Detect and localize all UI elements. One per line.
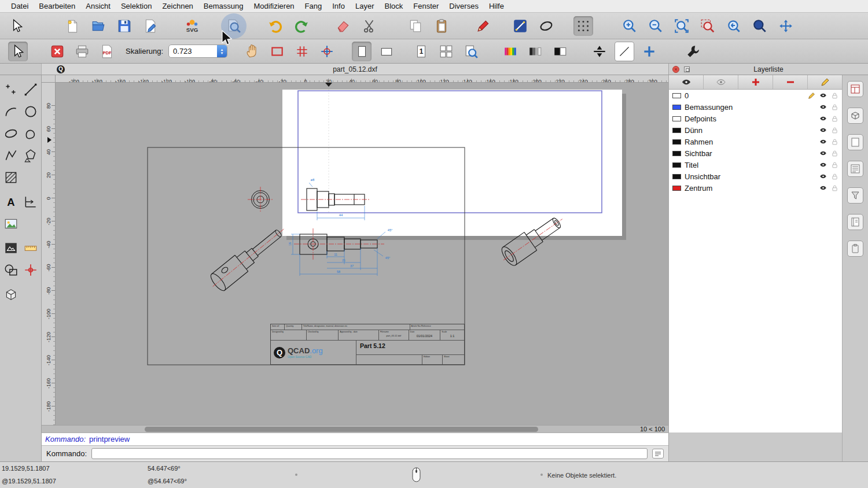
layer-visibility-icon[interactable] [819, 173, 827, 180]
layer-visibility-icon[interactable] [819, 92, 827, 99]
multiple-pages-button[interactable] [436, 42, 456, 61]
layer-row[interactable]: Unsichtbar [669, 171, 842, 182]
open-file-button[interactable] [89, 16, 108, 36]
copy-button[interactable] [406, 16, 425, 36]
layer-color-swatch[interactable] [672, 93, 681, 98]
spline-tools-button[interactable] [21, 124, 41, 143]
layer-color-swatch[interactable] [672, 151, 681, 156]
center-marks-button[interactable] [639, 42, 659, 61]
property-pen-button[interactable] [473, 16, 493, 36]
drawing-canvas[interactable]: 44 ø8 [56, 83, 668, 425]
landscape-button[interactable] [377, 42, 396, 61]
layer-row[interactable]: Sichtbar [669, 147, 842, 159]
command-options-button[interactable] [652, 449, 664, 459]
window-zoom-button[interactable] [750, 16, 770, 36]
layer-visibility-icon[interactable] [819, 138, 827, 145]
solid-tools-button[interactable] [1, 284, 21, 304]
ellipse-entity-button[interactable] [536, 16, 556, 36]
cut-button[interactable] [359, 16, 379, 36]
layer-lock-icon[interactable] [831, 103, 838, 111]
view-list-button[interactable] [847, 134, 863, 150]
pan-button[interactable] [776, 16, 796, 36]
clipboard-panel-button[interactable] [847, 241, 863, 257]
layer-lock-icon[interactable] [831, 184, 838, 192]
hide-all-layers-button[interactable] [704, 75, 738, 89]
paper-borders-button[interactable] [267, 42, 287, 61]
snap-tools-button[interactable] [21, 260, 41, 280]
layer-visibility-icon[interactable] [819, 150, 827, 157]
scrollbar-thumb[interactable] [145, 427, 538, 432]
zoom-in-button[interactable] [620, 16, 639, 36]
layer-lock-icon[interactable] [831, 127, 838, 134]
command-input[interactable] [91, 448, 648, 459]
layer-row[interactable]: 0 [669, 90, 842, 101]
grid-toggle-button[interactable] [573, 16, 593, 36]
layer-color-swatch[interactable] [672, 174, 681, 179]
image-tool-button[interactable] [1, 214, 21, 234]
layer-visibility-icon[interactable] [819, 184, 827, 191]
viewport-tools-button[interactable] [1, 238, 21, 258]
grayscale-button[interactable] [525, 42, 545, 61]
text-tool-button[interactable]: A [1, 192, 21, 212]
add-layer-button[interactable] [738, 75, 773, 89]
close-print-preview-button[interactable] [47, 42, 67, 61]
menu-item[interactable]: Block [379, 0, 408, 12]
layer-row[interactable]: Bemassungen [669, 101, 842, 113]
shape-tools-button[interactable] [21, 146, 41, 165]
menu-item[interactable]: Datei [6, 0, 34, 12]
measure-tools-button[interactable] [21, 238, 41, 258]
property-editor-button[interactable] [847, 81, 863, 97]
polyline-tools-button[interactable] [1, 146, 21, 165]
misc-tools-button[interactable] [683, 42, 703, 61]
scale-combobox[interactable]: 0.723 ▲▼ [168, 45, 227, 58]
layer-row[interactable]: Titel [669, 159, 842, 171]
dimension-tools-button[interactable] [21, 192, 41, 212]
move-paper-button[interactable] [242, 42, 262, 61]
ellipse-tools-button[interactable] [1, 124, 21, 143]
menu-item[interactable]: Layer [350, 0, 380, 12]
hatch-tools-button[interactable] [1, 168, 21, 187]
menu-item[interactable]: Selektion [116, 0, 157, 12]
remove-layer-button[interactable] [773, 75, 808, 89]
pdf-export-button[interactable]: PDF [97, 42, 117, 61]
layer-row[interactable]: Rahmen [669, 136, 842, 147]
zoom-out-button[interactable] [646, 16, 665, 36]
arc-tools-button[interactable] [1, 102, 21, 121]
menu-item[interactable]: Hilfe [484, 0, 509, 12]
palette-expand-arrow[interactable] [47, 137, 52, 143]
layer-color-swatch[interactable] [672, 105, 681, 110]
layer-lock-icon[interactable] [831, 161, 838, 169]
circle-tools-button[interactable] [21, 102, 41, 121]
library-browser-button[interactable] [847, 214, 863, 230]
menu-item[interactable]: Modifizieren [249, 0, 300, 12]
show-all-layers-button[interactable] [669, 75, 704, 89]
zoom-selection-button[interactable] [698, 16, 718, 36]
portrait-button[interactable] [352, 42, 372, 61]
lineweight-button[interactable] [590, 42, 609, 61]
selection-pointer-button[interactable] [7, 16, 27, 36]
new-file-button[interactable] [62, 16, 82, 36]
undo-button[interactable] [266, 16, 285, 36]
layer-list-button[interactable] [847, 161, 863, 177]
page-origin-button[interactable] [317, 42, 337, 61]
menu-item[interactable]: Fenster [408, 0, 444, 12]
point-tools-button[interactable] [1, 80, 21, 99]
zoom-to-page-button[interactable] [461, 42, 481, 61]
layer-lock-icon[interactable] [831, 115, 838, 123]
preview-pointer-button[interactable] [8, 42, 28, 61]
layer-visibility-icon[interactable] [819, 161, 827, 168]
menu-item[interactable]: Bemassung [198, 0, 249, 12]
menu-item[interactable]: Info [327, 0, 350, 12]
menu-item[interactable]: Zeichnen [157, 0, 198, 12]
menu-item[interactable]: Fang [300, 0, 328, 12]
drawing-preferences-button[interactable] [141, 16, 160, 36]
layer-visibility-icon[interactable] [819, 115, 827, 122]
crop-marks-button[interactable] [292, 42, 312, 61]
layer-color-swatch[interactable] [672, 162, 681, 168]
block-list-button[interactable] [847, 108, 863, 124]
black-white-button[interactable] [550, 42, 570, 61]
auto-zoom-button[interactable] [672, 16, 692, 36]
horizontal-scrollbar[interactable]: 10 < 100 [42, 425, 668, 432]
svg-export-button[interactable]: SVG [182, 16, 202, 36]
layer-row[interactable]: Defpoints [669, 113, 842, 124]
